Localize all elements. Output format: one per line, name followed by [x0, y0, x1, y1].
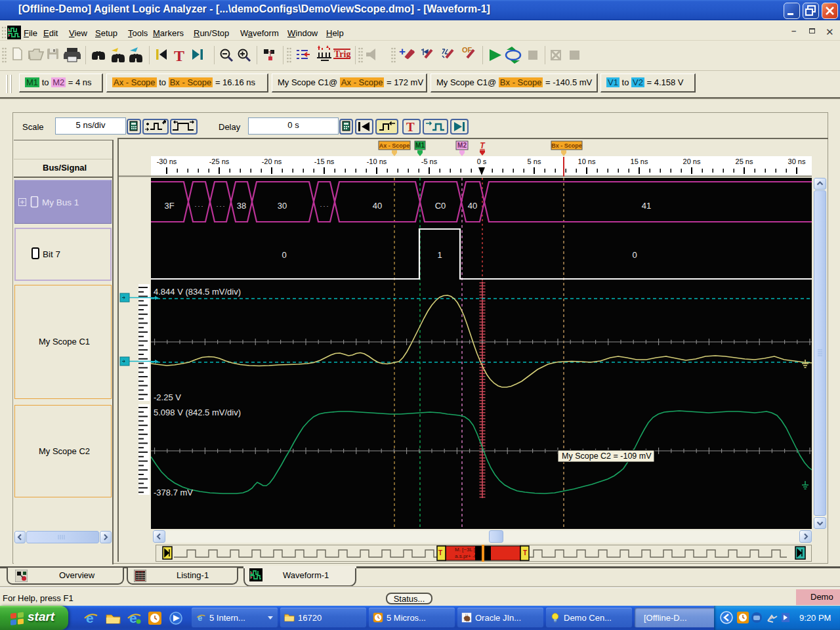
- svg-text:30: 30: [278, 201, 287, 211]
- svg-text:-15 ns: -15 ns: [314, 158, 335, 165]
- svg-text:-30 ns: -30 ns: [157, 158, 177, 165]
- svg-text:e: e: [198, 613, 202, 623]
- svg-text:e: e: [129, 610, 137, 625]
- svg-text:0: 0: [632, 250, 637, 260]
- svg-text:+: +: [399, 45, 406, 58]
- svg-text:T: T: [523, 549, 527, 556]
- svg-text:4.844 V (834.5 mV/div): 4.844 V (834.5 mV/div): [154, 287, 241, 297]
- svg-text:My Scope C2 = -109 mV: My Scope C2 = -109 mV: [562, 452, 652, 461]
- svg-text:-25 ns: -25 ns: [209, 158, 230, 165]
- svg-text:M1: M1: [415, 142, 425, 149]
- svg-text:C0: C0: [435, 201, 446, 211]
- svg-text:-2.25 V: -2.25 V: [154, 392, 181, 402]
- svg-text:. . .: . . .: [195, 201, 203, 208]
- svg-text:. . .: . . .: [217, 201, 225, 208]
- svg-text:Trig: Trig: [334, 49, 350, 59]
- svg-text:-10 ns: -10 ns: [367, 158, 387, 165]
- svg-text:38: 38: [237, 201, 246, 211]
- svg-text:3F: 3F: [164, 201, 174, 211]
- svg-text:-20 ns: -20 ns: [262, 158, 282, 165]
- svg-text:T: T: [174, 47, 184, 64]
- svg-text:40: 40: [373, 201, 382, 211]
- svg-text:T: T: [438, 549, 442, 556]
- svg-text:5 ns: 5 ns: [528, 158, 541, 165]
- svg-text:15 ns: 15 ns: [631, 158, 648, 165]
- svg-text:-378.7 mV: -378.7 mV: [154, 488, 193, 497]
- svg-text:0: 0: [282, 250, 286, 260]
- svg-text:Ax - Scope: Ax - Scope: [379, 142, 410, 149]
- svg-text:20 ns: 20 ns: [683, 158, 701, 165]
- svg-text:. . .: . . .: [320, 201, 329, 208]
- svg-text:Bx - Scope: Bx - Scope: [551, 142, 582, 149]
- svg-text:30 ns: 30 ns: [788, 158, 806, 165]
- svg-text:M2: M2: [457, 142, 467, 149]
- svg-text:1: 1: [437, 250, 442, 260]
- svg-text:41: 41: [642, 201, 651, 211]
- svg-text:5.098 V (842.5 mV/div): 5.098 V (842.5 mV/div): [154, 408, 241, 417]
- svg-text:10 ns: 10 ns: [578, 158, 596, 165]
- svg-text:40: 40: [468, 201, 477, 211]
- svg-text:-5 ns: -5 ns: [421, 158, 438, 165]
- svg-text:25 ns: 25 ns: [736, 158, 753, 165]
- svg-text:0 s: 0 s: [477, 158, 487, 165]
- svg-text:a.s.pr+ -t: a.s.pr+ -t: [455, 553, 476, 559]
- svg-text:e: e: [86, 610, 94, 625]
